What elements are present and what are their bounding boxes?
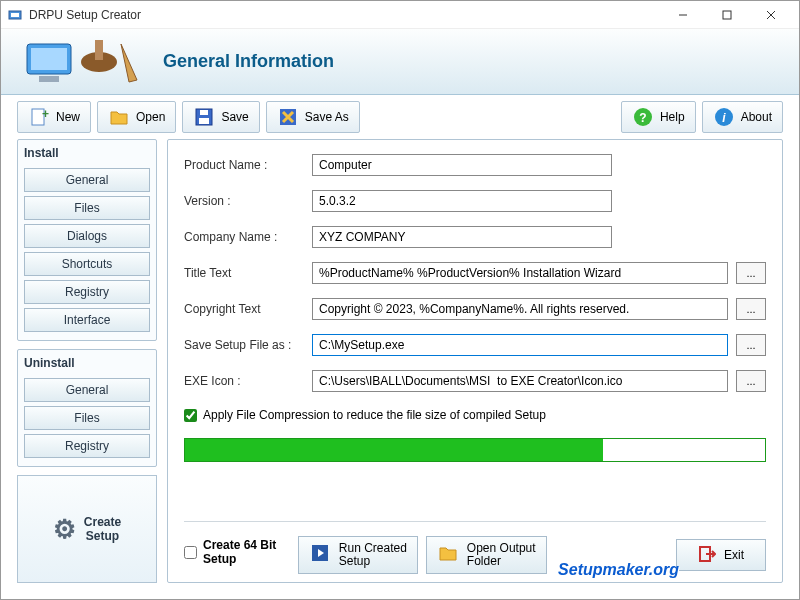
help-button[interactable]: ? Help	[621, 101, 696, 133]
gear-icon: ⚙	[53, 514, 76, 545]
title-text-input[interactable]	[312, 262, 728, 284]
exit-button[interactable]: Exit	[676, 539, 766, 571]
info-icon: i	[713, 106, 735, 128]
version-label: Version :	[184, 194, 304, 208]
svg-rect-10	[95, 40, 103, 60]
new-icon: +	[28, 106, 50, 128]
svg-rect-8	[39, 76, 59, 82]
main-area: Install General Files Dialogs Shortcuts …	[1, 139, 799, 589]
window-title: DRPU Setup Creator	[29, 8, 661, 22]
sidebar-install-dialogs[interactable]: Dialogs	[24, 224, 150, 248]
svg-text:+: +	[42, 107, 49, 121]
form-panel: Product Name : Version : Company Name : …	[167, 139, 783, 583]
company-label: Company Name :	[184, 230, 304, 244]
create-setup-button[interactable]: ⚙ Create Setup	[17, 475, 157, 583]
close-button[interactable]	[749, 1, 793, 29]
help-icon: ?	[632, 106, 654, 128]
sidebar-install-files[interactable]: Files	[24, 196, 150, 220]
toolbar: + New Open Save Save As ? Help i About	[1, 95, 799, 139]
uninstall-group-title: Uninstall	[24, 354, 150, 374]
exit-icon	[698, 545, 716, 566]
run-icon	[309, 542, 331, 567]
sidebar-uninstall-files[interactable]: Files	[24, 406, 150, 430]
about-button[interactable]: i About	[702, 101, 783, 133]
product-name-label: Product Name :	[184, 158, 304, 172]
svg-text:?: ?	[639, 111, 646, 125]
create64-checkbox[interactable]	[184, 546, 197, 559]
sidebar-install-interface[interactable]: Interface	[24, 308, 150, 332]
copyright-browse-button[interactable]: ...	[736, 298, 766, 320]
sidebar-install-general[interactable]: General	[24, 168, 150, 192]
page-title: General Information	[163, 51, 334, 72]
copyright-input[interactable]	[312, 298, 728, 320]
svg-rect-14	[199, 118, 209, 124]
create64-label: Create 64 Bit Setup	[203, 538, 288, 566]
sidebar-uninstall-general[interactable]: General	[24, 378, 150, 402]
save-button[interactable]: Save	[182, 101, 259, 133]
svg-rect-15	[200, 110, 208, 115]
sidebar: Install General Files Dialogs Shortcuts …	[17, 139, 157, 583]
progress-fill	[185, 439, 603, 461]
watermark-text: Setupmaker.org	[558, 561, 679, 579]
product-name-input[interactable]	[312, 154, 612, 176]
compress-checkbox[interactable]	[184, 409, 197, 422]
folder-icon	[108, 106, 130, 128]
saveas-icon	[277, 106, 299, 128]
savefile-input[interactable]	[312, 334, 728, 356]
banner: General Information	[1, 29, 799, 95]
new-button[interactable]: + New	[17, 101, 91, 133]
exeicon-input[interactable]	[312, 370, 728, 392]
titlebar: DRPU Setup Creator	[1, 1, 799, 29]
sidebar-install-shortcuts[interactable]: Shortcuts	[24, 252, 150, 276]
maximize-button[interactable]	[705, 1, 749, 29]
open-output-folder-button[interactable]: Open Output Folder	[426, 536, 547, 574]
sidebar-uninstall-registry[interactable]: Registry	[24, 434, 150, 458]
uninstall-group: Uninstall General Files Registry	[17, 349, 157, 467]
version-input[interactable]	[312, 190, 612, 212]
svg-rect-3	[723, 11, 731, 19]
saveas-button[interactable]: Save As	[266, 101, 360, 133]
app-icon	[7, 7, 23, 23]
exeicon-label: EXE Icon :	[184, 374, 304, 388]
progress-bar	[184, 438, 766, 462]
svg-rect-1	[11, 13, 19, 17]
savefile-label: Save Setup File as :	[184, 338, 304, 352]
company-input[interactable]	[312, 226, 612, 248]
title-text-label: Title Text	[184, 266, 304, 280]
banner-logo	[21, 34, 151, 90]
svg-rect-7	[31, 48, 67, 70]
sidebar-install-registry[interactable]: Registry	[24, 280, 150, 304]
install-group-title: Install	[24, 144, 150, 164]
run-created-setup-button[interactable]: Run Created Setup	[298, 536, 418, 574]
title-browse-button[interactable]: ...	[736, 262, 766, 284]
install-group: Install General Files Dialogs Shortcuts …	[17, 139, 157, 341]
copyright-label: Copyright Text	[184, 302, 304, 316]
open-button[interactable]: Open	[97, 101, 176, 133]
compress-label: Apply File Compression to reduce the fil…	[203, 408, 546, 422]
minimize-button[interactable]	[661, 1, 705, 29]
savefile-browse-button[interactable]: ...	[736, 334, 766, 356]
folder-open-icon	[437, 542, 459, 567]
exeicon-browse-button[interactable]: ...	[736, 370, 766, 392]
save-icon	[193, 106, 215, 128]
